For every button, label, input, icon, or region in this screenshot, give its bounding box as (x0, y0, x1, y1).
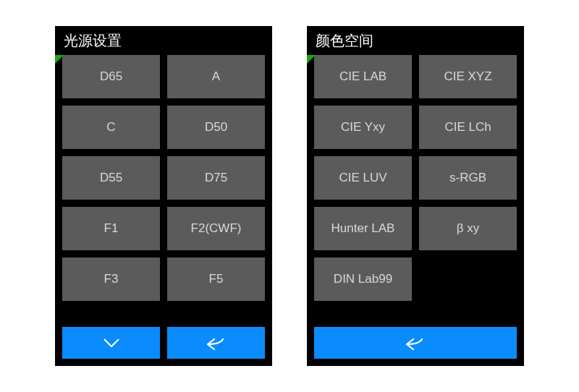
light-option[interactable]: C (62, 106, 160, 149)
colorspace-option[interactable]: s-RGB (419, 156, 517, 200)
light-source-panel: 光源设置 D65 A C D50 D55 D75 F1 F2(CWF) F3 F… (55, 26, 272, 366)
chevron-down-icon (101, 336, 122, 350)
colorspace-option[interactable]: CIE LAB (314, 55, 412, 98)
light-option[interactable]: F5 (167, 257, 265, 301)
colorspace-option[interactable]: CIE XYZ (419, 55, 517, 98)
light-option[interactable]: F1 (62, 207, 160, 250)
option-grid: D65 A C D50 D55 D75 F1 F2(CWF) F3 F5 (55, 55, 272, 320)
footer-bar (55, 320, 272, 366)
colorspace-option[interactable]: CIE Yxy (314, 106, 412, 149)
light-option[interactable]: F3 (62, 257, 160, 301)
back-button[interactable] (167, 327, 265, 359)
active-indicator-icon (55, 55, 64, 64)
light-option[interactable]: D55 (62, 156, 160, 200)
back-button[interactable] (314, 327, 517, 359)
panel-title: 颜色空间 (307, 26, 524, 55)
light-option[interactable]: D65 (62, 55, 160, 98)
panel-title: 光源设置 (55, 26, 272, 55)
more-button[interactable] (62, 327, 160, 359)
colorspace-option[interactable]: DIN Lab99 (314, 257, 412, 301)
back-arrow-icon (405, 336, 426, 350)
light-option[interactable]: F2(CWF) (167, 207, 265, 250)
back-arrow-icon (206, 336, 227, 350)
color-space-panel: 颜色空间 CIE LAB CIE XYZ CIE Yxy CIE LCh CIE… (307, 26, 524, 366)
light-option[interactable]: A (167, 55, 265, 98)
colorspace-option[interactable]: CIE LCh (419, 106, 517, 149)
active-indicator-icon (307, 55, 316, 64)
option-grid: CIE LAB CIE XYZ CIE Yxy CIE LCh CIE LUV … (307, 55, 524, 320)
light-option[interactable]: D75 (167, 156, 265, 200)
colorspace-option[interactable]: β xy (419, 207, 517, 250)
colorspace-option[interactable]: CIE LUV (314, 156, 412, 200)
colorspace-option[interactable]: Hunter LAB (314, 207, 412, 250)
light-option[interactable]: D50 (167, 106, 265, 149)
footer-bar (307, 320, 524, 366)
